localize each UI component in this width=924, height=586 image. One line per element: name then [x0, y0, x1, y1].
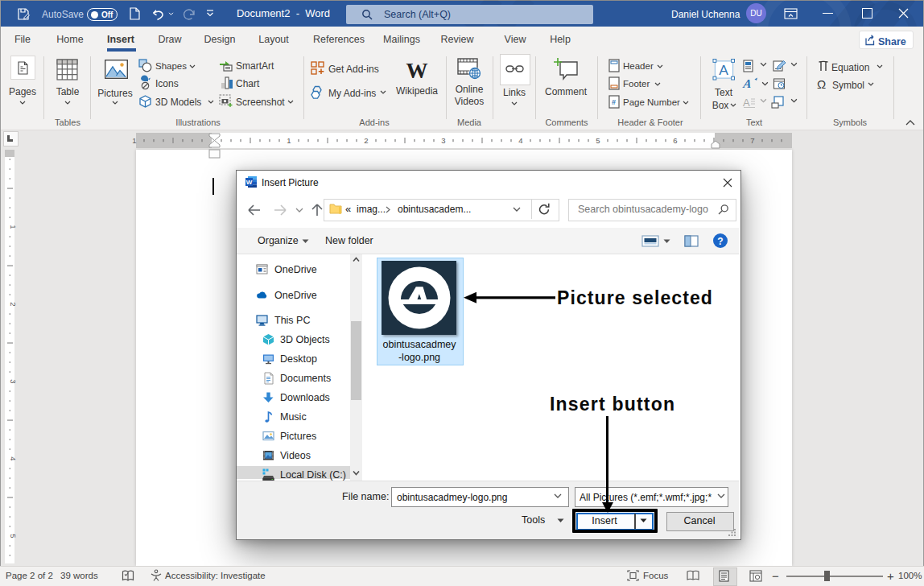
svg-text:2: 2 [364, 136, 368, 145]
svg-text:6: 6 [673, 136, 677, 145]
svg-text:A: A [719, 62, 728, 78]
svg-text:1: 1 [9, 225, 18, 229]
svg-text:1: 1 [287, 136, 291, 145]
svg-text:3: 3 [9, 379, 18, 383]
svg-text:5: 5 [9, 534, 18, 538]
svg-text:2: 2 [9, 302, 18, 306]
svg-text:A: A [742, 77, 753, 90]
svg-text:1: 1 [132, 136, 136, 145]
svg-text:4: 4 [518, 136, 522, 145]
svg-text:W: W [246, 179, 253, 186]
svg-text:7: 7 [750, 136, 754, 145]
svg-text:5: 5 [596, 136, 600, 145]
svg-text:#: # [612, 98, 616, 106]
svg-text:3: 3 [441, 136, 445, 145]
svg-text:A: A [743, 97, 750, 109]
svg-text:4: 4 [9, 456, 18, 460]
